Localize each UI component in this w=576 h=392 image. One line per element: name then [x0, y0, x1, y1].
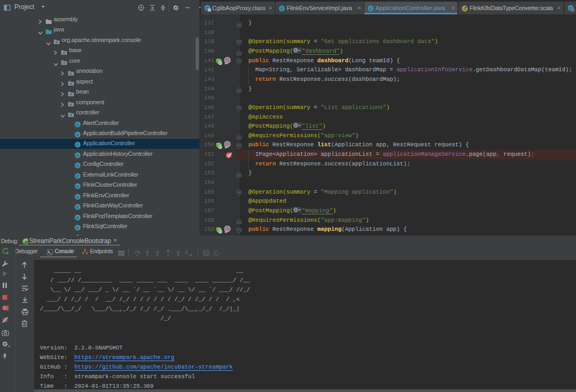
- svg-text:C: C: [76, 174, 79, 179]
- svg-text:x: x: [218, 252, 221, 256]
- svg-text:C: C: [280, 6, 283, 11]
- svg-text:C: C: [76, 163, 79, 168]
- svg-text:C: C: [369, 6, 372, 11]
- svg-text:C: C: [76, 153, 79, 158]
- svg-text:C: C: [76, 122, 79, 127]
- svg-text:C: C: [76, 132, 79, 137]
- svg-text:C: C: [76, 205, 79, 210]
- svg-text:C: C: [463, 6, 466, 11]
- svg-text:C: C: [76, 184, 79, 189]
- svg-text:C: C: [76, 194, 79, 199]
- svg-text:C: C: [76, 226, 79, 230]
- svg-text:C: C: [76, 143, 79, 147]
- svg-text:C: C: [76, 215, 79, 220]
